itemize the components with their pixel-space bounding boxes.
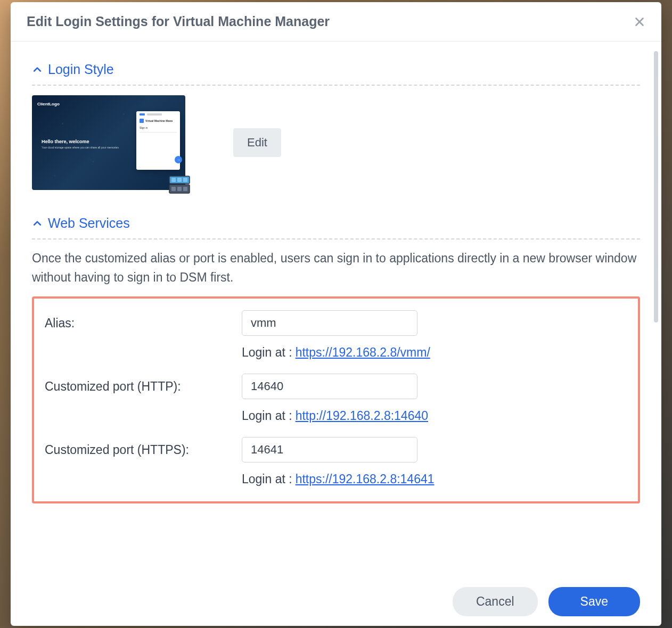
save-button[interactable]: Save [548,587,640,616]
alias-input[interactable] [242,310,417,336]
dialog-title: Edit Login Settings for Virtual Machine … [27,14,330,29]
web-services-highlight-box: Alias: Login at : https://192.168.2.8/vm… [32,296,640,503]
chevron-up-icon [32,64,43,75]
arrow-right-icon: → [175,156,182,163]
alias-row: Alias: [45,310,627,336]
login-at-prefix: Login at : [242,409,292,423]
alias-login-at: Login at : https://192.168.2.8/vmm/ [242,345,627,360]
login-at-prefix: Login at : [242,345,292,360]
login-style-row: ClientLogo Hello there, welcome Your clo… [32,95,640,190]
section-header-web-services[interactable]: Web Services [32,206,640,238]
dialog-footer: Cancel Save [11,579,661,626]
https-login-at: Login at : https://192.168.2.8:14641 [242,472,627,486]
http-port-input[interactable] [242,374,417,399]
svg-rect-8 [177,187,182,191]
close-icon[interactable] [634,16,645,28]
section-title-web-services: Web Services [48,216,130,231]
dialog-body: Login Style ClientLogo Hello there, welc… [11,42,661,579]
http-login-at: Login at : http://192.168.2.8:14640 [242,409,627,423]
https-port-row: Customized port (HTTPS): [45,437,627,462]
cancel-button[interactable]: Cancel [453,587,538,616]
edit-login-settings-dialog: Edit Login Settings for Virtual Machine … [11,2,661,626]
http-port-label: Customized port (HTTP): [45,379,242,394]
login-style-preview[interactable]: ClientLogo Hello there, welcome Your clo… [32,95,185,190]
http-login-link[interactable]: http://192.168.2.8:14640 [296,409,428,423]
svg-rect-4 [177,178,182,182]
https-login-link[interactable]: https://192.168.2.8:14641 [296,472,435,486]
preview-signin-card: Virtual Machine Mana Sign in → [136,111,180,170]
divider [32,85,640,86]
http-port-row: Customized port (HTTP): [45,374,627,399]
preview-welcome: Hello there, welcome Your cloud storage … [42,139,119,149]
svg-rect-5 [183,178,187,182]
preview-logo: ClientLogo [37,102,60,106]
login-at-prefix: Login at : [242,472,292,486]
svg-rect-3 [171,178,176,182]
svg-rect-7 [171,187,176,191]
divider [32,238,640,239]
svg-rect-9 [183,187,187,191]
scrollbar[interactable] [654,51,658,323]
section-title-login-style: Login Style [48,62,114,77]
dialog-header: Edit Login Settings for Virtual Machine … [11,2,661,42]
https-port-input[interactable] [242,437,417,462]
alias-label: Alias: [45,316,242,330]
server-icon [168,175,191,195]
chevron-up-icon [32,218,43,229]
web-services-description: Once the customized alias or port is ena… [32,249,640,287]
alias-login-link[interactable]: https://192.168.2.8/vmm/ [296,345,430,360]
edit-login-style-button[interactable]: Edit [233,128,281,157]
https-port-label: Customized port (HTTPS): [45,443,242,457]
section-header-login-style[interactable]: Login Style [32,52,640,85]
